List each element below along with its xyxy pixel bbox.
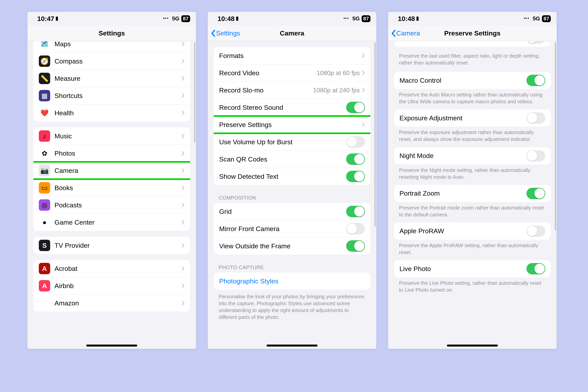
preserve-group: Exposure Adjustment	[394, 109, 551, 126]
camera-row-grid[interactable]: Grid	[214, 203, 370, 220]
toggle-switch[interactable]	[346, 154, 365, 165]
settings-group: ♪ Music ✿ Photos 📷 Camera ▭ Books ◎ Podc…	[33, 128, 190, 231]
scrollbar[interactable]	[194, 42, 195, 142]
chevron-right-icon	[362, 122, 365, 127]
camera-row-photographic-styles[interactable]: Photographic Styles	[214, 272, 370, 290]
gamecenter-icon: ●	[39, 216, 50, 228]
toggle-switch[interactable]	[346, 206, 365, 217]
photostyles-group: Photographic Styles	[214, 272, 370, 290]
chevron-left-icon	[391, 30, 396, 37]
camera-row-preserve settings[interactable]: Preserve Settings	[214, 116, 370, 133]
chevron-right-icon	[182, 185, 185, 190]
navbar: Camera Preserve Settings	[388, 26, 557, 41]
settings-row-books[interactable]: ▭ Books	[33, 179, 190, 196]
camera-row-record video[interactable]: Record Video1080p at 60 fps	[214, 64, 370, 82]
music-icon: ♪	[39, 130, 50, 142]
scrollbar[interactable]	[374, 42, 376, 226]
navbar: Settings Camera	[208, 26, 376, 41]
toggle-switch[interactable]	[346, 223, 365, 234]
chevron-right-icon	[182, 76, 185, 81]
signal-icon: ⠒⠂	[343, 16, 350, 22]
chevron-right-icon	[182, 168, 185, 173]
home-indicator[interactable]	[86, 344, 137, 346]
row-label: Preserve Settings	[219, 121, 362, 128]
status-time: 10:48	[218, 15, 234, 22]
preserve-row-exposure adjustment[interactable]: Exposure Adjustment	[394, 109, 551, 126]
camera-group: Formats Record Video1080p at 60 fps Reco…	[214, 47, 370, 185]
toggle-switch[interactable]	[526, 150, 545, 162]
shortcuts-icon: ▦	[39, 90, 50, 101]
settings-row-amazon[interactable]: a Amazon	[33, 294, 190, 312]
toggle-switch[interactable]	[526, 75, 545, 86]
phone-camera: 10:48 ▮ ⠒⠂ 5G 87 Settings Camera Formats…	[208, 12, 376, 349]
settings-row-compass[interactable]: 🧭 Compass	[33, 52, 190, 70]
row-label: Apple ProRAW	[400, 227, 526, 235]
row-label: Music	[54, 132, 182, 140]
status-time: 10:47	[37, 15, 54, 22]
settings-row-health[interactable]: ❤️ Health	[33, 104, 190, 122]
preserve-row-night mode[interactable]: Night Mode	[394, 147, 551, 164]
back-button[interactable]: Camera	[391, 30, 420, 37]
row-label: Live Photo	[400, 265, 526, 273]
camera-row-formats[interactable]: Formats	[214, 47, 370, 64]
preserve-row-macro control[interactable]: Macro Control	[394, 72, 551, 89]
row-detail: 1080p at 60 fps	[316, 70, 360, 77]
settings-row-camera[interactable]: 📷 Camera	[33, 162, 190, 179]
settings-row-measure[interactable]: 📏 Measure	[33, 70, 190, 87]
camera-row-use volume up for burst[interactable]: Use Volume Up for Burst	[214, 133, 370, 150]
tvprovider-icon: S	[39, 240, 50, 251]
camera-row-show detected text[interactable]: Show Detected Text	[214, 168, 370, 185]
settings-row-acrobat[interactable]: A Acrobat	[33, 260, 190, 277]
chevron-right-icon	[182, 266, 185, 271]
section-header-composition: COMPOSITION	[208, 191, 376, 203]
toggle-switch[interactable]	[346, 136, 365, 148]
toggle-switch[interactable]	[346, 240, 365, 252]
row-label: Maps	[54, 41, 182, 48]
settings-row-podcasts[interactable]: ◎ Podcasts	[33, 196, 190, 214]
toggle-switch[interactable]	[526, 263, 545, 274]
footer-text: Preserve the exposure adjustment rather …	[388, 128, 557, 146]
home-indicator[interactable]	[447, 344, 498, 346]
settings-group: A Acrobat A Airbnb a Amazon	[33, 260, 190, 312]
page-title: Camera	[280, 30, 304, 37]
preserve-row-live photo[interactable]: Live Photo	[394, 260, 551, 277]
settings-row-music[interactable]: ♪ Music	[33, 128, 190, 145]
preserve-group: Macro Control	[394, 72, 551, 89]
preserve-row-cutoff[interactable]	[394, 41, 551, 47]
signal-icon: ⠒⠂	[523, 16, 531, 22]
toggle-switch[interactable]	[526, 112, 545, 124]
preserve-row-portrait zoom[interactable]: Portrait Zoom	[394, 185, 551, 202]
person-icon: ▮	[236, 15, 238, 21]
home-indicator[interactable]	[266, 344, 318, 346]
toggle-switch[interactable]	[346, 102, 365, 113]
settings-row-airbnb[interactable]: A Airbnb	[33, 277, 190, 294]
toggle-switch[interactable]	[526, 188, 545, 199]
phone-preserve: 10:48 ▮ ⠒⠂ 5G 87 Camera Preserve Setting…	[388, 12, 557, 349]
toggle-switch[interactable]	[526, 41, 545, 44]
camera-row-mirror front camera[interactable]: Mirror Front Camera	[214, 220, 370, 237]
toggle-switch[interactable]	[526, 226, 545, 237]
camera-row-scan qr codes[interactable]: Scan QR Codes	[214, 150, 370, 168]
settings-row-maps[interactable]: 🗺️ Maps	[33, 41, 190, 52]
toggle-switch[interactable]	[346, 171, 365, 182]
camera-row-record slo-mo[interactable]: Record Slo-mo1080p at 240 fps	[214, 82, 370, 99]
settings-row-tv provider[interactable]: S TV Provider	[33, 237, 190, 254]
row-label: View Outside the Frame	[219, 242, 346, 250]
footer-text: Preserve the Apple ProRAW setting, rathe…	[388, 241, 557, 258]
camera-row-record stereo sound[interactable]: Record Stereo Sound	[214, 99, 370, 116]
footer-text: Preserve the Night mode setting, rather …	[388, 166, 557, 183]
settings-row-photos[interactable]: ✿ Photos	[33, 145, 190, 162]
footer-text: Preserve the Live Photo setting, rather …	[388, 279, 557, 296]
settings-row-game center[interactable]: ● Game Center	[33, 214, 190, 231]
chevron-right-icon	[182, 151, 185, 156]
row-label: Show Detected Text	[219, 173, 346, 180]
row-label: Airbnb	[54, 282, 182, 290]
chevron-right-icon	[182, 134, 185, 138]
battery-badge: 87	[542, 15, 551, 22]
preserve-row-apple proraw[interactable]: Apple ProRAW	[394, 222, 551, 240]
person-icon: ▮	[56, 15, 58, 21]
scrollbar[interactable]	[555, 42, 556, 230]
camera-row-view outside the frame[interactable]: View Outside the Frame	[214, 237, 370, 254]
back-button[interactable]: Settings	[210, 30, 240, 37]
settings-row-shortcuts[interactable]: ▦ Shortcuts	[33, 87, 190, 104]
